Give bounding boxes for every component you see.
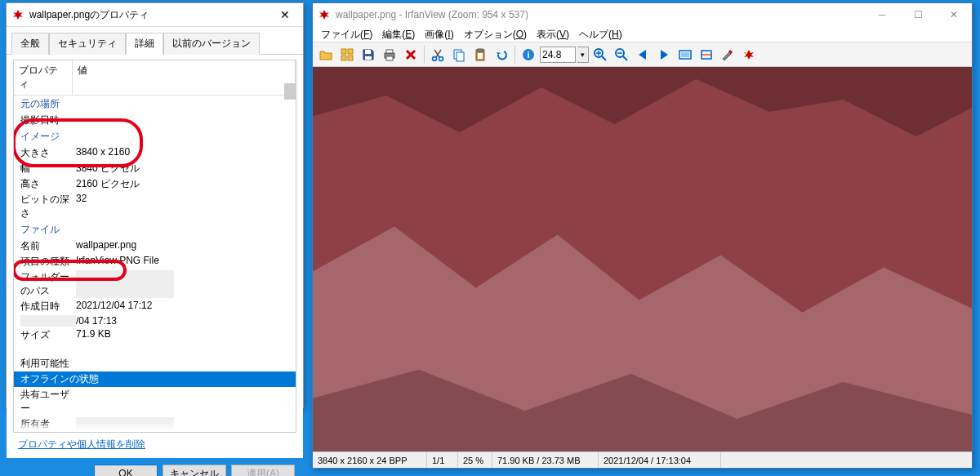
tab-general[interactable]: 全般: [11, 33, 49, 55]
open-icon[interactable]: [316, 45, 336, 65]
svg-rect-4: [365, 50, 371, 54]
tab-previous[interactable]: 以前のバージョン: [163, 33, 260, 55]
status-zoom: 25 %: [458, 452, 492, 468]
settings-icon[interactable]: [718, 45, 737, 65]
print-icon[interactable]: [380, 45, 399, 65]
svg-rect-14: [478, 49, 483, 51]
iv-title: wallpaper.png - IrfanView (Zoom: 954 x 5…: [336, 9, 864, 20]
thumbnails-icon[interactable]: [337, 45, 357, 65]
svg-rect-0: [341, 49, 346, 54]
row-availability[interactable]: 利用可能性: [14, 356, 296, 371]
status-dimensions: 3840 x 2160 x 24 BPP: [313, 452, 427, 468]
paste-icon[interactable]: [470, 45, 490, 65]
row-created[interactable]: 作成日時2021/12/04 17:12: [14, 299, 296, 314]
image-canvas[interactable]: [313, 67, 972, 452]
section-file: ファイル: [14, 221, 296, 238]
toolbar-divider: [514, 46, 515, 64]
next-icon[interactable]: [654, 45, 674, 65]
row-height[interactable]: 高さ2160 ピクセル: [14, 176, 296, 192]
menu-image[interactable]: 画像(I): [420, 26, 458, 42]
statusbar: 3840 x 2160 x 24 BPP 1/1 25 % 71.90 KB /…: [313, 452, 972, 468]
close-button[interactable]: ✕: [936, 4, 972, 25]
row-type[interactable]: 項目の種類IrfanView PNG File: [14, 254, 296, 269]
property-list[interactable]: プロパティ 値 元の場所 撮影日時 イメージ 大きさ3840 x 2160 幅3…: [13, 60, 296, 433]
iv-titlebar[interactable]: wallpaper.png - IrfanView (Zoom: 954 x 5…: [313, 3, 972, 26]
header-value[interactable]: 値: [73, 60, 296, 95]
slideshow-icon[interactable]: [675, 45, 695, 65]
close-button[interactable]: ✕: [269, 3, 301, 26]
property-header: プロパティ 値: [14, 60, 296, 96]
save-icon[interactable]: [359, 45, 378, 65]
section-image: イメージ: [14, 128, 296, 145]
svg-rect-1: [348, 49, 353, 54]
zoom-out-icon[interactable]: [612, 45, 631, 65]
about-icon[interactable]: [739, 45, 759, 65]
scan-icon[interactable]: [697, 45, 716, 65]
menu-edit[interactable]: 編集(E): [377, 26, 420, 42]
link-remove-properties[interactable]: プロパティや個人情報を削除: [13, 433, 296, 453]
prev-icon[interactable]: [633, 45, 653, 65]
list-fade: [15, 420, 287, 431]
row-shot-date[interactable]: 撮影日時: [14, 113, 296, 128]
cut-icon[interactable]: [428, 45, 448, 65]
svg-rect-2: [341, 56, 346, 60]
svg-text:i: i: [527, 50, 529, 60]
cancel-button[interactable]: キャンセル: [163, 465, 226, 476]
copy-icon[interactable]: [449, 45, 469, 65]
menu-help[interactable]: ヘルプ(H): [574, 26, 627, 42]
row-width[interactable]: 幅3840 ピクセル: [14, 161, 296, 176]
svg-rect-3: [348, 56, 353, 60]
zoom-dropdown[interactable]: ▾: [577, 47, 589, 63]
properties-titlebar[interactable]: wallpaper.pngのプロパティ ✕: [7, 3, 303, 27]
maximize-button[interactable]: ☐: [900, 4, 936, 25]
svg-point-9: [433, 56, 437, 60]
app-icon: [318, 8, 331, 21]
svg-rect-12: [457, 52, 464, 61]
menu-file[interactable]: ファイル(F): [316, 26, 377, 42]
menubar: ファイル(F) 編集(E) 画像(I) オプション(O) 表示(V) ヘルプ(H…: [313, 26, 972, 42]
property-rows: 元の場所 撮影日時 イメージ 大きさ3840 x 2160 幅3840 ピクセル…: [14, 96, 296, 432]
status-size: 71.90 KB / 23.73 MB: [492, 452, 599, 468]
ok-button[interactable]: OK: [94, 465, 158, 476]
svg-rect-7: [386, 50, 393, 53]
svg-point-24: [746, 51, 747, 53]
menu-options[interactable]: オプション(O): [459, 26, 532, 42]
row-offline[interactable]: オフラインの状態: [14, 371, 296, 387]
app-icon: [11, 8, 24, 21]
row-bitdepth[interactable]: ビットの深さ32: [14, 192, 296, 221]
row-folder[interactable]: フォルダーのパス: [14, 269, 296, 299]
row-name[interactable]: 名前wallpaper.png: [14, 238, 296, 254]
window-controls: ─ ☐ ✕: [864, 4, 972, 25]
irfanview-window: wallpaper.png - IrfanView (Zoom: 954 x 5…: [312, 2, 973, 469]
undo-icon[interactable]: [492, 45, 511, 65]
properties-dialog: wallpaper.pngのプロパティ ✕ 全般 セキュリティ 詳細 以前のバー…: [6, 2, 304, 408]
minimize-button[interactable]: ─: [864, 4, 900, 25]
row-modified[interactable]: /04 17:13: [14, 314, 296, 327]
section-origin: 元の場所: [14, 96, 296, 113]
zoom-input[interactable]: [540, 47, 576, 63]
menu-view[interactable]: 表示(V): [532, 26, 574, 42]
row-shared[interactable]: 共有ユーザー: [14, 387, 296, 416]
row-size[interactable]: サイズ71.9 KB: [14, 327, 296, 343]
tab-security[interactable]: セキュリティ: [49, 33, 126, 55]
toolbar: i ▾: [313, 42, 972, 67]
delete-icon[interactable]: [401, 45, 421, 65]
tab-details[interactable]: 詳細: [126, 33, 163, 55]
dialog-title: wallpaper.pngのプロパティ: [29, 8, 269, 22]
svg-point-10: [439, 56, 443, 60]
apply-button[interactable]: 適用(A): [231, 465, 295, 476]
svg-rect-8: [386, 56, 393, 60]
tabs-row: 全般 セキュリティ 詳細 以前のバージョン: [7, 27, 303, 55]
zoom-in-icon[interactable]: [590, 45, 610, 65]
scrollbar-thumb[interactable]: [284, 83, 296, 100]
info-icon[interactable]: i: [519, 45, 538, 65]
row-blank[interactable]: [14, 343, 296, 356]
header-property[interactable]: プロパティ: [14, 60, 73, 95]
svg-rect-5: [365, 56, 372, 60]
status-date: 2021/12/04 / 17:13:04: [599, 452, 721, 468]
status-spacer: [721, 452, 972, 468]
row-dimensions[interactable]: 大きさ3840 x 2160: [14, 145, 296, 161]
properties-body: プロパティ 値 元の場所 撮影日時 イメージ 大きさ3840 x 2160 幅3…: [7, 55, 303, 458]
toolbar-divider: [424, 46, 425, 64]
dialog-buttons: OK キャンセル 適用(A): [7, 458, 303, 476]
